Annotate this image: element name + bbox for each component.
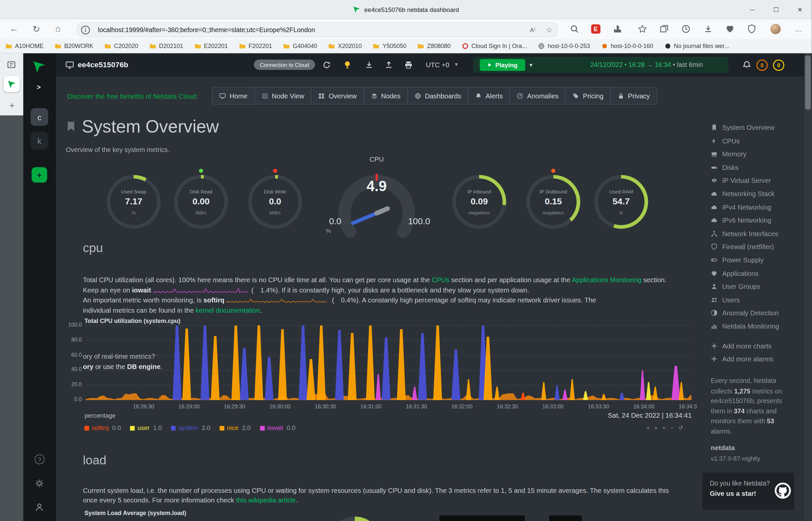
menu-item-applications[interactable]: Applications [711, 269, 758, 277]
settings-gear-icon[interactable] [35, 479, 44, 488]
menu-item-netdata-monitoring[interactable]: Netdata Monitoring [711, 322, 779, 330]
menu-item-disks[interactable]: Disks [711, 163, 739, 171]
tab-privacy[interactable]: Privacy [610, 87, 657, 105]
bookmark-item[interactable]: D202101 [149, 42, 183, 50]
gauge-disk-read[interactable]: Disk Read0.00MiB/s [174, 175, 228, 229]
critical-alerts-badge[interactable]: 0 [756, 60, 768, 71]
tab-home[interactable]: Home [212, 87, 255, 105]
legend-item-user[interactable]: user1.0 [130, 424, 162, 432]
gauge-cpu[interactable]: CPU 4.9 0.0 100.0 % [320, 155, 434, 244]
menu-item-power-supply[interactable]: Power Supply [711, 256, 764, 264]
menu-item-user-groups[interactable]: User Groups [711, 282, 761, 290]
tab-alerts[interactable]: Alerts [468, 87, 510, 105]
downloads-icon[interactable] [704, 24, 713, 33]
new-tab-icon[interactable]: + [7, 101, 17, 110]
menu-item-networking-stack[interactable]: Networking Stack [711, 190, 774, 197]
notifications-bell-icon[interactable] [742, 61, 751, 70]
menu-item-memory[interactable]: Memory [711, 150, 747, 158]
legend-item-softirq[interactable]: softirq0.0 [85, 424, 121, 432]
add-favorite-icon[interactable]: ☆ [544, 24, 554, 35]
cpus-link[interactable]: CPUs [432, 276, 449, 284]
playing-button[interactable]: Playing [480, 59, 526, 71]
bookmark-item[interactable]: B20WORK [55, 42, 93, 50]
netdata-logo[interactable] [32, 60, 47, 74]
scrollbar-track[interactable] [804, 53, 812, 521]
export-icon[interactable] [365, 61, 374, 70]
help-icon[interactable]: ? [35, 454, 45, 465]
tab-nodes[interactable]: Nodes [363, 87, 408, 105]
menu-item-cpus[interactable]: CPUs [711, 137, 740, 144]
timezone-dropdown[interactable]: UTC +0 [426, 61, 449, 69]
tab-pricing[interactable]: Pricing [565, 87, 611, 105]
favorites-icon[interactable] [638, 24, 647, 33]
refresh-icon[interactable]: ↻ [30, 23, 42, 35]
edge-e-icon[interactable]: E [591, 24, 600, 33]
space-k[interactable]: k [30, 132, 48, 150]
wikipedia-link[interactable]: this wikipedia article [236, 496, 296, 504]
search-icon[interactable] [570, 24, 579, 33]
gauge-ip-outbound[interactable]: IP Outbound0.15megabits/s [527, 175, 581, 229]
maximize-button[interactable]: ☐ [764, 0, 788, 19]
menu-item-ipv4-networking[interactable]: IPv4 Networking [711, 203, 771, 211]
time-range[interactable]: 24/12/2022 • 16:28 → 16:34 • last 6min [561, 61, 732, 68]
connection-to-cloud-button[interactable]: Connection to Cloud [254, 60, 315, 70]
timezone-caret-icon[interactable]: ▾ [455, 61, 458, 68]
tab-dashboards[interactable]: Dashboards [407, 87, 469, 105]
menu-item-ipv6-networking[interactable]: IPv6 Networking [711, 216, 771, 224]
zoom-out-icon[interactable]: − [670, 424, 674, 431]
bookmark-item[interactable]: host-10-0-0-160 [601, 42, 653, 50]
legend-item-iowait[interactable]: iowait0.0 [260, 424, 295, 432]
address-bar[interactable]: localhost:19999/#after=-360;before=0;;th… [77, 22, 558, 37]
read-aloud-icon[interactable]: A⁾ [528, 24, 538, 35]
bookmark-item[interactable]: host-10-0-0-253 [538, 42, 590, 50]
sidebar-expand-icon[interactable]: > [37, 84, 41, 91]
bookmark-item[interactable]: C202020 [104, 42, 138, 50]
menu-item-users[interactable]: Users [711, 296, 740, 303]
gauge-used-swap[interactable]: Used Swap7.17% [107, 175, 161, 229]
browser-essentials-icon[interactable] [747, 24, 756, 33]
github-star-box[interactable]: Do you like Netdata? Give us a star! [703, 473, 794, 510]
bookmark-item[interactable]: E202201 [194, 42, 228, 50]
tab-overview[interactable]: Overview [311, 87, 364, 105]
performance-icon[interactable] [725, 24, 735, 33]
applications-monitoring-link[interactable]: Applications Monitoring [572, 276, 642, 284]
tab-node-view[interactable]: Node View [254, 87, 312, 105]
bookmark-item[interactable]: F202201 [239, 42, 272, 50]
legend-item-system[interactable]: system2.0 [171, 424, 210, 432]
add-more-charts[interactable]: Add more charts [711, 342, 772, 350]
pan-forward-icon[interactable]: » [655, 424, 658, 431]
pan-backward-icon[interactable]: « [646, 424, 650, 431]
more-menu-icon[interactable]: … [793, 23, 804, 35]
kernel-documentation-link[interactable]: kernel documentation [196, 307, 260, 314]
print-icon[interactable] [404, 61, 413, 70]
cpu-chart[interactable] [86, 324, 692, 401]
url-text[interactable]: localhost:19999/#after=-360;before=0;;th… [98, 26, 524, 33]
cpu-chart-plot[interactable] [86, 324, 692, 401]
gauge-used-ram[interactable]: Used RAM54.7% [594, 175, 648, 229]
add-more-alarms[interactable]: Add more alarms [711, 355, 773, 363]
sync-icon[interactable] [322, 61, 331, 70]
news-bulb-icon[interactable] [343, 61, 352, 70]
legend-item-nice[interactable]: nice2.0 [220, 424, 251, 432]
menu-item-firewall-netfilter-[interactable]: Firewall (netfilter) [711, 243, 774, 250]
bookmark-item[interactable]: Y505050 [373, 42, 406, 50]
active-vertical-tab[interactable] [4, 76, 20, 92]
bookmark-item[interactable]: A10HOME [5, 42, 44, 50]
back-icon[interactable]: ← [8, 23, 20, 35]
bookmark-item[interactable]: Z808080 [418, 42, 451, 50]
tab-actions-icon[interactable] [7, 60, 16, 69]
bookmark-item[interactable]: G404040 [283, 42, 317, 50]
add-space-button[interactable]: + [31, 167, 47, 183]
history-icon[interactable] [681, 24, 691, 33]
menu-item-system-overview[interactable]: System Overview [711, 123, 774, 131]
bookmark-item[interactable]: X202010 [328, 42, 362, 50]
gauge-disk-write[interactable]: Disk Write0.0MiB/s [248, 175, 302, 229]
minimize-button[interactable]: ─ [740, 0, 764, 19]
site-info-icon[interactable] [80, 24, 90, 35]
menu-item-network-interfaces[interactable]: Network Interfaces [711, 229, 778, 237]
collections-icon[interactable] [660, 24, 669, 33]
space-c[interactable]: c [30, 108, 48, 126]
reset-zoom-icon[interactable]: ↺ [678, 424, 683, 431]
import-icon[interactable] [384, 61, 393, 70]
profile-avatar[interactable] [770, 24, 781, 34]
